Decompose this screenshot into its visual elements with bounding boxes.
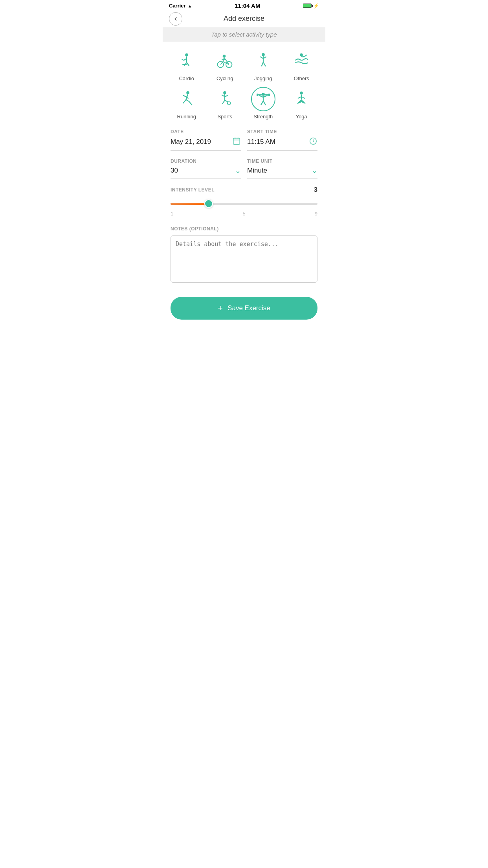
save-bar: + Save Exercise bbox=[163, 291, 325, 329]
jogging-icon bbox=[254, 52, 272, 70]
svg-line-16 bbox=[263, 62, 266, 66]
notes-textarea[interactable] bbox=[171, 235, 317, 283]
start-time-label: START TIME bbox=[247, 129, 317, 134]
yoga-label: Yoga bbox=[296, 114, 307, 120]
svg-line-44 bbox=[301, 97, 305, 99]
duration-label: DURATION bbox=[171, 158, 241, 164]
duration-value-row: 30 ⌄ bbox=[171, 166, 241, 178]
svg-line-23 bbox=[186, 100, 189, 102]
activity-others[interactable]: Others bbox=[284, 49, 319, 81]
intensity-slider-wrap[interactable] bbox=[171, 198, 317, 209]
slider-min: 1 bbox=[171, 211, 173, 217]
time-unit-value-row: Minute ⌄ bbox=[247, 166, 317, 178]
others-icon-wrap bbox=[289, 49, 314, 73]
date-value-row: May 21, 2019 bbox=[171, 137, 241, 151]
status-bar: Carrier ▲ 11:04 AM ⚡ bbox=[163, 0, 325, 11]
running-icon bbox=[178, 90, 196, 108]
duration-chevron-icon: ⌄ bbox=[235, 166, 241, 175]
start-time-value-row: 11:15 AM bbox=[247, 137, 317, 151]
save-plus-icon: + bbox=[218, 303, 223, 313]
svg-point-9 bbox=[223, 55, 226, 58]
sports-icon bbox=[216, 90, 234, 108]
strength-icon-wrap bbox=[251, 87, 275, 111]
svg-line-29 bbox=[222, 100, 225, 104]
duration-timeunit-row: DURATION 30 ⌄ TIME UNIT Minute ⌄ bbox=[171, 158, 317, 178]
page-title: Add exercise bbox=[224, 15, 264, 23]
activity-sports[interactable]: Sports bbox=[207, 87, 243, 120]
cardio-icon bbox=[178, 52, 196, 70]
status-left: Carrier ▲ bbox=[169, 3, 192, 9]
time-unit-chevron-icon: ⌄ bbox=[312, 166, 317, 175]
save-button-label: Save Exercise bbox=[227, 304, 270, 312]
yoga-icon-wrap bbox=[289, 87, 314, 111]
start-time-value: 11:15 AM bbox=[247, 138, 275, 146]
svg-line-20 bbox=[183, 96, 186, 97]
jogging-icon-wrap bbox=[251, 49, 275, 73]
activity-grid: Cardio Cycling bbox=[169, 49, 319, 120]
jogging-label: Jogging bbox=[254, 75, 272, 81]
date-starttime-row: DATE May 21, 2019 START TIME 11:15 AM bbox=[171, 129, 317, 151]
back-button[interactable] bbox=[169, 12, 182, 26]
intensity-label: INTENSITY LEVEL bbox=[171, 187, 215, 193]
svg-line-40 bbox=[263, 101, 266, 105]
cycling-icon-wrap bbox=[213, 49, 237, 73]
cycling-label: Cycling bbox=[216, 75, 233, 81]
svg-line-39 bbox=[261, 101, 263, 105]
status-right: ⚡ bbox=[303, 3, 319, 9]
svg-point-41 bbox=[300, 92, 303, 95]
sports-icon-wrap bbox=[213, 87, 237, 111]
carrier-text: Carrier bbox=[169, 3, 186, 9]
svg-line-22 bbox=[183, 100, 186, 103]
activity-yoga[interactable]: Yoga bbox=[284, 87, 319, 120]
svg-line-24 bbox=[189, 101, 192, 105]
intensity-section: INTENSITY LEVEL 3 1 5 9 bbox=[163, 186, 325, 223]
svg-rect-45 bbox=[233, 138, 240, 145]
svg-line-34 bbox=[259, 96, 263, 97]
form-section: DATE May 21, 2019 START TIME 11:15 AM bbox=[163, 123, 325, 178]
time-unit-field[interactable]: TIME UNIT Minute ⌄ bbox=[247, 158, 317, 178]
activity-type-banner: Tap to select activity type bbox=[163, 27, 325, 42]
cycling-icon bbox=[216, 52, 234, 70]
duration-field[interactable]: DURATION 30 ⌄ bbox=[171, 158, 241, 178]
sports-label: Sports bbox=[217, 114, 232, 120]
notes-section: NOTES (OPTIONAL) bbox=[163, 223, 325, 291]
running-icon-wrap bbox=[174, 87, 199, 111]
svg-rect-37 bbox=[257, 94, 258, 96]
activity-running[interactable]: Running bbox=[169, 87, 204, 120]
activity-cycling[interactable]: Cycling bbox=[207, 49, 243, 81]
slider-marks: 1 5 9 bbox=[171, 211, 317, 217]
header: Add exercise bbox=[163, 11, 325, 27]
start-time-field[interactable]: START TIME 11:15 AM bbox=[247, 129, 317, 151]
activity-cardio[interactable]: Cardio bbox=[169, 49, 204, 81]
save-exercise-button[interactable]: + Save Exercise bbox=[171, 297, 317, 320]
cardio-label: Cardio bbox=[179, 75, 194, 81]
duration-value: 30 bbox=[171, 167, 178, 175]
svg-point-18 bbox=[186, 91, 189, 94]
yoga-icon bbox=[292, 90, 310, 108]
activity-strength[interactable]: Strength bbox=[246, 87, 281, 120]
slider-track bbox=[171, 203, 317, 205]
svg-point-31 bbox=[227, 102, 231, 105]
clock-icon bbox=[309, 137, 317, 147]
slider-thumb[interactable] bbox=[204, 199, 213, 208]
svg-point-0 bbox=[185, 53, 188, 57]
intensity-header: INTENSITY LEVEL 3 bbox=[171, 186, 317, 193]
cardio-icon-wrap bbox=[174, 49, 199, 73]
svg-line-15 bbox=[261, 62, 263, 66]
calendar-icon bbox=[232, 137, 241, 147]
svg-line-13 bbox=[260, 57, 263, 59]
svg-line-5 bbox=[187, 63, 189, 66]
slider-mid: 5 bbox=[242, 211, 245, 217]
strength-icon bbox=[254, 90, 272, 108]
svg-line-3 bbox=[182, 59, 183, 60]
svg-point-25 bbox=[223, 91, 226, 94]
status-time: 11:04 AM bbox=[235, 2, 260, 9]
svg-point-11 bbox=[262, 53, 265, 56]
wifi-icon: ▲ bbox=[188, 4, 192, 8]
date-label: DATE bbox=[171, 129, 241, 134]
date-field[interactable]: DATE May 21, 2019 bbox=[171, 129, 241, 151]
activity-jogging[interactable]: Jogging bbox=[246, 49, 281, 81]
svg-line-43 bbox=[298, 97, 301, 99]
time-unit-label: TIME UNIT bbox=[247, 158, 317, 164]
bolt-icon: ⚡ bbox=[313, 3, 319, 9]
